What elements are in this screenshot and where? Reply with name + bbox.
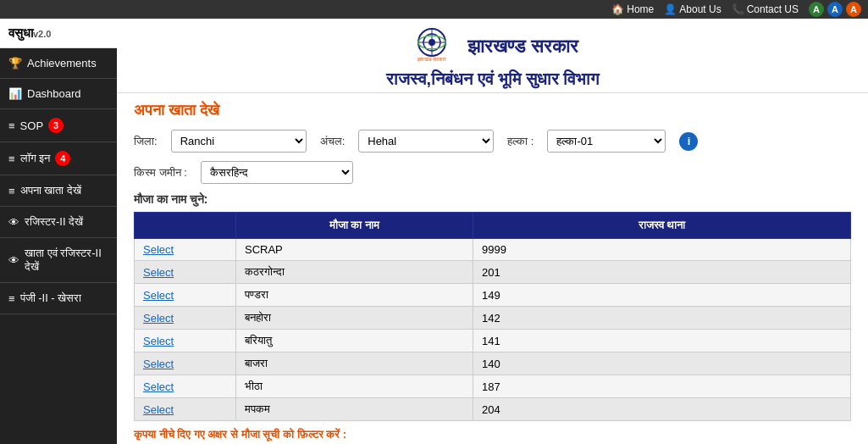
table-row: Select बनहोरा 142 <box>135 307 851 330</box>
page-title: अपना खाता देखे <box>134 102 851 119</box>
khata-register2-icon: 👁 <box>8 254 19 267</box>
info-button[interactable]: i <box>679 132 698 151</box>
table-row: Select SCRAP 9999 <box>135 239 851 261</box>
select-cell[interactable]: Select <box>135 375 236 398</box>
mouza-name-cell: मपकम <box>236 398 473 421</box>
halka-select[interactable]: हल्का-01 <box>547 130 666 153</box>
login-badge: 4 <box>55 151 70 166</box>
page-content-area: अपना खाता देखे जिला: Ranchi अंचल: Hehal … <box>117 93 868 444</box>
sidebar: वसुधाv2.0 🏆 Achievements 📊 Dashboard ≡ S… <box>0 19 117 444</box>
main-content: झारखंड सरकार झारखण्ड सरकार राजस्व,निबंधन… <box>117 19 868 444</box>
thana-cell: 140 <box>473 352 851 375</box>
sidebar-label-login: लॉग इन <box>20 152 51 165</box>
table-row: Select मपकम 204 <box>135 398 851 421</box>
select-cell[interactable]: Select <box>135 284 236 307</box>
select-cell[interactable]: Select <box>135 330 236 352</box>
mouza-name-cell: बाजरा <box>236 352 473 375</box>
sidebar-item-register2[interactable]: 👁 रजिस्टर-II देखें <box>0 207 117 238</box>
col-mouza-header: मौजा का नाम <box>236 213 473 239</box>
form-row-2: किस्म जमीन : कैसरहिन्द <box>134 161 851 184</box>
thana-cell: 149 <box>473 284 851 307</box>
sidebar-label-dashboard: Dashboard <box>27 87 81 100</box>
panji-icon: ≡ <box>8 292 15 305</box>
contact-link[interactable]: 📞 Contact US <box>732 3 799 15</box>
form-row-1: जिला: Ranchi अंचल: Hehal हल्का : हल्का-0… <box>134 130 851 153</box>
org-name: झारखण्ड सरकार <box>467 36 578 58</box>
thana-cell: 141 <box>473 330 851 352</box>
brand-name: वसुधाv2.0 <box>0 19 117 48</box>
thana-cell: 201 <box>473 261 851 284</box>
section-title: मौजा का नाम चुने: <box>134 192 851 207</box>
mouza-name-cell: बरियातु <box>236 330 473 352</box>
thana-cell: 9999 <box>473 239 851 261</box>
select-cell[interactable]: Select <box>135 239 236 261</box>
sop-icon: ≡ <box>8 119 15 132</box>
filter-label: कृपया नीचे दिए गए अक्षर से मौजा सूची को … <box>134 428 851 441</box>
sidebar-item-achievements[interactable]: 🏆 Achievements <box>0 48 117 79</box>
table-row: Select बरियातु 141 <box>135 330 851 352</box>
mouza-name-cell: पण्डरा <box>236 284 473 307</box>
dept-name: राजस्व,निबंधन एवं भूमि सुधार विभाग <box>117 69 868 89</box>
thana-cell: 142 <box>473 307 851 330</box>
table-row: Select भीठा 187 <box>135 375 851 398</box>
sop-badge: 3 <box>48 118 64 133</box>
select-cell[interactable]: Select <box>135 352 236 375</box>
sidebar-label-panji: पंजी -II - खेसरा <box>20 291 82 305</box>
govt-logo: झारखंड सरकार <box>406 25 457 68</box>
sidebar-item-sop[interactable]: ≡ SOP 3 <box>0 109 117 142</box>
kism-label: किस्म जमीन : <box>134 166 187 180</box>
table-row: Select बाजरा 140 <box>135 352 851 375</box>
sidebar-item-khata-register2[interactable]: 👁 खाता एवं रजिस्टर-II देखें <box>0 238 117 283</box>
halka-label: हल्का : <box>507 135 534 148</box>
contact-icon: 📞 <box>732 3 744 15</box>
svg-text:झारखंड सरकार: झारखंड सरकार <box>417 56 447 62</box>
thana-cell: 187 <box>473 375 851 398</box>
mouza-name-cell: बनहोरा <box>236 307 473 330</box>
sidebar-item-login[interactable]: ≡ लॉग इन 4 <box>0 142 117 175</box>
anchal-select[interactable]: Hehal <box>358 130 494 153</box>
accessibility-icons: A A A <box>809 2 861 17</box>
mouza-name-cell: SCRAP <box>236 239 473 261</box>
mouza-table: मौजा का नाम राजस्व थाना Select SCRAP 999… <box>134 212 851 421</box>
acc-icon-green[interactable]: A <box>809 2 824 17</box>
about-icon: 👤 <box>664 3 677 15</box>
sidebar-label-register2: रजिस्टर-II देखें <box>25 215 83 229</box>
col-thana-header: राजस्व थाना <box>473 213 851 239</box>
achievements-icon: 🏆 <box>8 57 22 69</box>
district-select[interactable]: Ranchi <box>171 130 307 153</box>
sidebar-item-dashboard[interactable]: 📊 Dashboard <box>0 79 117 109</box>
home-link[interactable]: 🏠 Home <box>611 3 654 15</box>
sidebar-item-apna-khata[interactable]: ≡ अपना खाता देखें <box>0 175 117 207</box>
home-icon: 🏠 <box>611 3 624 15</box>
table-header-row: मौजा का नाम राजस्व थाना <box>135 213 851 239</box>
sidebar-label-achievements: Achievements <box>27 57 97 69</box>
acc-icon-orange[interactable]: A <box>846 2 861 17</box>
top-navigation: 🏠 Home 👤 About Us 📞 Contact US A A A <box>0 0 868 19</box>
table-row: Select पण्डरा 149 <box>135 284 851 307</box>
table-row: Select कठरगोन्दा 201 <box>135 261 851 284</box>
col-select-header <box>135 213 236 239</box>
select-cell[interactable]: Select <box>135 261 236 284</box>
register2-icon: 👁 <box>8 216 19 229</box>
mouza-name-cell: भीठा <box>236 375 473 398</box>
sidebar-label-apna-khata: अपना खाता देखें <box>20 184 81 197</box>
select-cell[interactable]: Select <box>135 398 236 421</box>
kism-select[interactable]: कैसरहिन्द <box>201 161 353 184</box>
thana-cell: 204 <box>473 398 851 421</box>
sidebar-item-panji[interactable]: ≡ पंजी -II - खेसरा <box>0 283 117 314</box>
sidebar-label-khata-register2: खाता एवं रजिस्टर-II देखें <box>25 247 108 274</box>
mouza-name-cell: कठरगोन्दा <box>236 261 473 284</box>
district-label: जिला: <box>134 135 158 148</box>
anchal-label: अंचल: <box>320 135 346 148</box>
login-icon: ≡ <box>8 153 15 165</box>
acc-icon-blue[interactable]: A <box>827 2 843 17</box>
sidebar-label-sop: SOP <box>20 119 43 132</box>
about-link[interactable]: 👤 About Us <box>664 3 721 15</box>
apna-khata-icon: ≡ <box>8 185 15 197</box>
dashboard-icon: 📊 <box>8 87 22 100</box>
select-cell[interactable]: Select <box>135 307 236 330</box>
site-header: झारखंड सरकार झारखण्ड सरकार राजस्व,निबंधन… <box>117 19 868 93</box>
